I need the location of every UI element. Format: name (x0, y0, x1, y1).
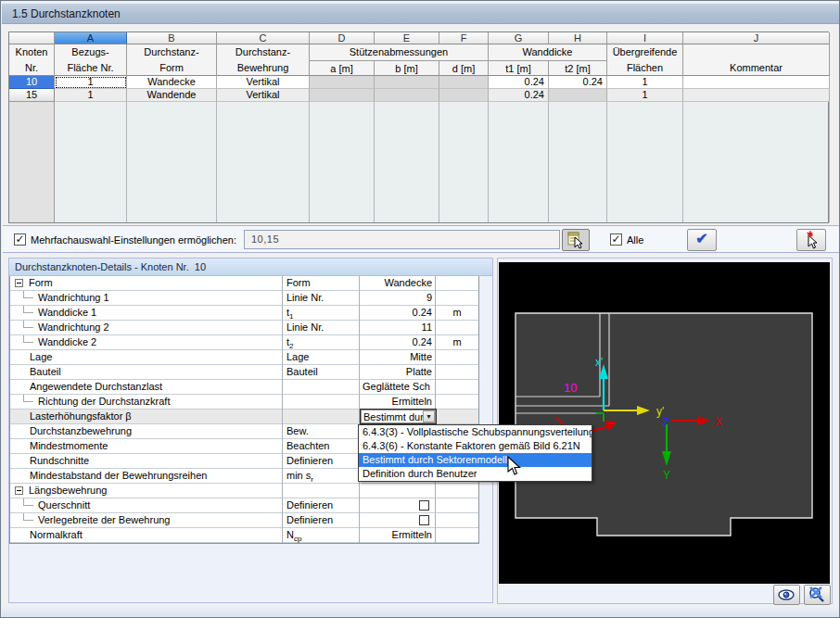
details-param-cell (283, 380, 360, 395)
details-row-3[interactable]: Wandrichtung 2Linie Nr.11 (10, 321, 478, 335)
column-letter-H[interactable]: H (549, 32, 607, 44)
column-letter-A[interactable]: A (55, 32, 127, 44)
details-row-0[interactable]: FormFormWandecke (10, 276, 478, 291)
details-value-cell[interactable]: Ermitteln (360, 528, 436, 543)
row-header-10[interactable]: 10 (9, 76, 55, 89)
details-table[interactable]: FormFormWandeckeWandrichtung 1Linie Nr.9… (9, 276, 479, 544)
header-knoten-nr-line: Knoten (9, 44, 54, 60)
table-cell-r10-J[interactable] (683, 76, 830, 89)
details-value-cell[interactable]: 11 (360, 321, 436, 335)
details-value-cell[interactable]: Platte (360, 365, 436, 380)
empty-column-line (216, 102, 217, 222)
details-row-16[interactable]: Verlegebreite der BewehrungDefinieren (10, 513, 478, 528)
details-row-7[interactable]: Angewendete DurchstanzlastGeglättete Sch (10, 380, 478, 395)
empty-column-line (309, 102, 310, 222)
empty-column-line (126, 102, 127, 222)
details-row-15[interactable]: QuerschnittDefinieren (10, 498, 478, 513)
table-cell-r10-G[interactable]: 0.24 (489, 76, 549, 89)
collapse-icon[interactable] (15, 279, 23, 287)
column-letter-I[interactable]: I (607, 32, 683, 44)
column-letter-E[interactable]: E (375, 32, 439, 44)
column-letter-F[interactable]: F (439, 32, 489, 44)
dropdown-item-1[interactable]: 6.4.3(6) - Konstante Faktoren gemäß Bild… (359, 439, 592, 453)
details-value-cell[interactable]: 9 (360, 291, 436, 306)
details-unit-cell (436, 350, 478, 365)
table-cell-r15-H[interactable] (549, 89, 607, 102)
details-row-9[interactable]: Lasterhöhungsfaktor βBestimmt dur▼ (10, 410, 478, 424)
table-cell-r10-D[interactable] (310, 76, 375, 89)
details-value-cell[interactable]: Wandecke (360, 276, 436, 291)
table-cell-r15-F[interactable] (439, 89, 489, 102)
column-letter-G[interactable]: G (489, 32, 549, 44)
table-cell-r10-A[interactable]: 1 (55, 76, 127, 89)
details-value-cell[interactable]: Ermitteln (360, 395, 436, 410)
graphics-canvas[interactable]: x' 10 y' Z X (499, 262, 830, 584)
table-cell-r15-E[interactable] (375, 89, 439, 102)
table-cell-r10-E[interactable] (375, 76, 439, 89)
collapse-icon[interactable] (15, 486, 23, 495)
details-param-text: t1 (286, 307, 294, 318)
details-row-14[interactable]: Längsbewehrung (10, 484, 478, 498)
pick-in-graphic-button[interactable] (796, 229, 826, 251)
table-cell-r10-I[interactable]: 1 (607, 76, 683, 89)
details-row-8[interactable]: Richtung der DurchstanzkraftErmitteln (10, 395, 478, 410)
node-number-label: 10 (564, 381, 577, 395)
apply-to-list-button[interactable] (562, 229, 590, 251)
details-row-1[interactable]: Wandrichtung 1Linie Nr.9 (10, 291, 478, 306)
details-row-4[interactable]: Wanddicke 2t20.24m (10, 335, 478, 350)
details-row-17[interactable]: NormalkraftNcpErmitteln (10, 528, 478, 543)
column-letter-B[interactable]: B (127, 32, 217, 44)
dropdown-item-2[interactable]: Bestimmt durch Sektorenmodell (359, 453, 592, 467)
details-value-cell[interactable]: Geglättete Sch (360, 380, 436, 395)
details-value-cell[interactable]: Mitte (360, 350, 436, 365)
details-row-5[interactable]: LageLageMitte (10, 350, 478, 365)
table-cell-r15-D[interactable] (310, 89, 375, 102)
details-value-cell[interactable]: 0.24 (360, 306, 436, 321)
details-unit-cell (436, 513, 478, 528)
table-cell-r15-A[interactable]: 1 (55, 89, 127, 102)
column-letter-C[interactable]: C (217, 32, 310, 44)
details-row-label: Längsbewehrung (10, 484, 282, 498)
details-row-2[interactable]: Wanddicke 1t10.24m (10, 306, 478, 321)
details-unit-cell (436, 528, 478, 543)
table-cell-r15-J[interactable] (683, 89, 830, 102)
zoom-off-button[interactable] (804, 585, 831, 605)
combobox-dropdown-button[interactable]: ▼ (423, 410, 435, 423)
header-durchstanz-bewehrung: Durchstanz-Bewehrung (217, 44, 310, 76)
selected-nodes-field[interactable]: 10,15 (244, 230, 560, 249)
dropdown-item-3[interactable]: Definition durch Benutzer (359, 467, 592, 481)
empty-column-line (439, 102, 439, 222)
column-letter-J[interactable]: J (683, 32, 830, 44)
mouse-cursor (507, 456, 522, 478)
define-checkbox[interactable] (419, 515, 429, 525)
header-durchstanz-form: Durchstanz-Form (127, 44, 217, 76)
column-letter-D[interactable]: D (310, 32, 375, 44)
details-value-cell[interactable] (360, 484, 436, 498)
empty-column-line (488, 102, 489, 222)
details-param-cell: Definieren (283, 454, 360, 469)
ok-check-button[interactable]: ✔ (687, 229, 717, 251)
details-unit-cell (436, 484, 478, 498)
details-param-text: Linie Nr. (286, 322, 324, 333)
multiselect-checkbox[interactable]: ✓ (14, 233, 26, 246)
details-value-cell[interactable]: 0.24 (360, 335, 436, 350)
punching-nodes-table[interactable]: ABCDEFGHIJKnotenNr.Bezugs-Fläche Nr.Durc… (8, 32, 829, 223)
table-cell-r10-B[interactable]: Wandecke (127, 76, 217, 89)
visibility-button[interactable] (773, 585, 800, 605)
table-cell-r15-G[interactable]: 0.24 (489, 89, 549, 102)
tree-connector (23, 306, 33, 313)
table-cell-r15-B[interactable]: Wandende (127, 89, 217, 102)
table-cell-r10-F[interactable] (439, 76, 489, 89)
beta-factor-combobox[interactable]: Bestimmt dur▼ (360, 409, 437, 424)
table-cell-r15-I[interactable]: 1 (607, 89, 683, 102)
details-row-6[interactable]: BauteilBauteilPlatte (10, 365, 478, 380)
table-cell-r10-C[interactable]: Vertikal (217, 76, 310, 89)
define-checkbox[interactable] (419, 500, 429, 511)
dropdown-item-0[interactable]: 6.4.3(3) - Vollplastische Schubspannungs… (359, 425, 592, 439)
details-param-sub: r (311, 475, 313, 484)
alle-checkbox[interactable]: ✓ (610, 233, 622, 246)
row-header-15[interactable]: 15 (9, 89, 55, 102)
table-cell-r10-H[interactable]: 0.24 (549, 76, 607, 89)
table-cell-r15-C[interactable]: Vertikal (217, 89, 310, 102)
beta-factor-dropdown[interactable]: 6.4.3(3) - Vollplastische Schubspannungs… (358, 424, 592, 482)
